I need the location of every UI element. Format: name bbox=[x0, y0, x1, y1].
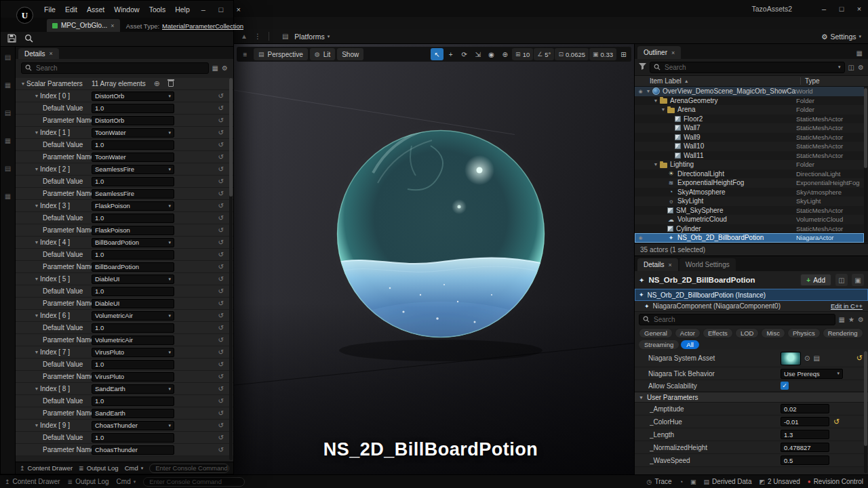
parameter-name-field[interactable]: FlaskPoison bbox=[92, 226, 174, 235]
menu-item[interactable]: File bbox=[39, 5, 60, 14]
use-selected-icon[interactable]: ⊙ bbox=[804, 354, 810, 362]
chevron-down-icon[interactable]: ▾ bbox=[838, 64, 841, 70]
reset-to-default-icon[interactable]: ↺ bbox=[833, 418, 840, 426]
favorites-star-icon[interactable]: ★ bbox=[848, 316, 854, 323]
console-command-input[interactable]: Enter Console Command bbox=[149, 464, 229, 473]
camera-speed-control[interactable]: ▣ 0.33 bbox=[589, 48, 616, 60]
maximize-button[interactable]: □ bbox=[833, 0, 850, 17]
mpc-search-input[interactable] bbox=[35, 64, 205, 73]
reset-icon[interactable]: ↺ bbox=[218, 165, 224, 173]
expander-icon[interactable]: ▼ bbox=[33, 313, 40, 318]
reset-icon[interactable]: ↺ bbox=[218, 117, 224, 124]
side-tab-icon[interactable]: ▤ bbox=[5, 165, 11, 172]
expander-icon[interactable]: ▼ bbox=[33, 167, 40, 171]
unsaved-button[interactable]: ◩ 2 Unsaved bbox=[759, 478, 800, 485]
default-value-field[interactable]: 1.0 bbox=[92, 287, 174, 296]
side-tab-icon[interactable]: ▤ bbox=[5, 109, 11, 117]
asset-thumbnail[interactable] bbox=[781, 352, 801, 365]
output-log-button[interactable]: ≣ Output Log bbox=[79, 464, 119, 472]
mpc-search[interactable] bbox=[21, 62, 209, 74]
perspective-dropdown[interactable]: ▤ Perspective bbox=[254, 48, 308, 60]
parameter-name-field[interactable]: DiableUI bbox=[92, 299, 174, 308]
category-tab[interactable]: Rendering bbox=[823, 328, 863, 338]
default-value-field[interactable]: 1.0 bbox=[92, 396, 174, 406]
unreal-logo[interactable]: U bbox=[16, 7, 33, 24]
reset-to-default-icon[interactable]: ↺ bbox=[856, 354, 863, 363]
details-search-input[interactable] bbox=[652, 315, 831, 324]
tab-details[interactable]: Details × bbox=[637, 258, 678, 271]
parameter-dropdown[interactable]: BillBoardPotion ▾ bbox=[92, 238, 174, 247]
filter-streaming[interactable]: Streaming bbox=[639, 340, 679, 349]
parameter-name-field[interactable]: SeamlessFire bbox=[92, 189, 174, 199]
expander-icon[interactable]: ▼ bbox=[652, 162, 659, 167]
parameter-dropdown[interactable]: DistortOrb ▾ bbox=[92, 92, 174, 101]
outliner-search-input[interactable] bbox=[663, 63, 835, 72]
settings-button[interactable]: ⚙ Settings ▾ bbox=[821, 33, 861, 41]
category-tab[interactable]: LOD bbox=[735, 328, 760, 338]
expander-icon[interactable]: ▼ bbox=[33, 423, 40, 428]
reset-icon[interactable]: ↺ bbox=[218, 336, 224, 344]
reset-icon[interactable]: ↺ bbox=[218, 263, 224, 270]
delete-elements-icon[interactable] bbox=[168, 81, 174, 87]
parameter-index-row[interactable]: ▼ Index [ 1 ] ToonWater ▾ ↺ bbox=[16, 127, 233, 139]
reset-icon[interactable]: ↺ bbox=[218, 178, 224, 185]
details-search[interactable] bbox=[639, 314, 835, 325]
section-user-parameters[interactable]: ▼ User Parameters bbox=[635, 392, 868, 403]
expander-icon[interactable]: ▼ bbox=[33, 203, 40, 208]
reset-icon[interactable]: ↺ bbox=[218, 239, 224, 246]
outliner-row[interactable]: ◉ ▼ NS_Orb_2D_BillboardPotion NiagaraAct… bbox=[635, 233, 864, 243]
menu-item[interactable]: Edit bbox=[60, 5, 82, 14]
minimize-button[interactable]: – bbox=[195, 1, 212, 18]
default-value-field[interactable]: 1.0 bbox=[92, 177, 174, 186]
allow-scalability-checkbox[interactable]: ✓ bbox=[781, 382, 789, 390]
close-icon[interactable]: × bbox=[111, 22, 114, 29]
rotate-tool-icon[interactable]: ⟳ bbox=[458, 48, 471, 60]
outliner-row[interactable]: ◉ ▼ Wall10 StaticMeshActor bbox=[635, 142, 864, 151]
tab-mpc-details[interactable]: Details × bbox=[18, 48, 59, 59]
parameter-dropdown[interactable]: ToonWater ▾ bbox=[92, 128, 174, 138]
reset-icon[interactable]: ↺ bbox=[218, 287, 224, 295]
parameter-dropdown[interactable]: ChoasThunder ▾ bbox=[92, 421, 174, 430]
surface-snap-icon[interactable]: ⊕ bbox=[498, 48, 511, 60]
visibility-eye-icon[interactable]: ◉ bbox=[636, 89, 645, 94]
outliner-row[interactable]: ◉ ▼ Lighting Folder bbox=[635, 160, 864, 169]
user-parameter-value-field[interactable]: 0.478827 bbox=[781, 443, 829, 452]
move-tool-icon[interactable]: + bbox=[444, 48, 457, 60]
tick-behavior-dropdown[interactable]: Use Prereqs ▾ bbox=[781, 369, 843, 379]
parameter-index-row[interactable]: ▼ Index [ 2 ] SeamlessFire ▾ ↺ bbox=[16, 163, 233, 176]
details-grid-icon[interactable]: ▦ bbox=[839, 316, 845, 323]
content-drawer-button[interactable]: ↥ Content Drawer bbox=[20, 464, 73, 472]
expander-icon[interactable]: ▼ bbox=[645, 89, 652, 94]
parameter-index-row[interactable]: ▼ Index [ 6 ] VolumetricAir ▾ ↺ bbox=[16, 310, 233, 322]
tab-world-settings[interactable]: World Settings bbox=[679, 258, 736, 271]
trace-button[interactable]: ◷ Trace bbox=[647, 478, 672, 485]
reset-icon[interactable]: ↺ bbox=[218, 104, 224, 112]
parameter-name-field[interactable]: VolumetricAir bbox=[92, 336, 174, 345]
outliner-save-icon[interactable]: ◫ bbox=[848, 64, 854, 71]
parameter-index-row[interactable]: ▼ Index [ 5 ] DiableUI ▾ ↺ bbox=[16, 273, 233, 285]
reset-icon[interactable]: ↺ bbox=[218, 202, 224, 209]
reset-icon[interactable]: ↺ bbox=[218, 434, 224, 441]
component-row[interactable]: NiagaraComponent (NiagaraComponent0) Edi… bbox=[635, 301, 868, 312]
outliner-settings-icon[interactable]: ⚙ bbox=[858, 64, 864, 71]
outliner-row[interactable]: ◉ ▼ VolumetricCloud VolumetricCloud bbox=[635, 215, 864, 224]
scale-snap-control[interactable]: ⊡ 0.0625 bbox=[555, 48, 589, 60]
default-value-field[interactable]: 1.0 bbox=[92, 323, 174, 333]
add-component-button[interactable]: + Add bbox=[800, 274, 831, 286]
parameter-name-field[interactable]: ChoasThunder bbox=[92, 445, 174, 455]
cmd-dropdown[interactable]: Cmd ▾ bbox=[125, 464, 144, 472]
parameter-dropdown[interactable]: VirusPluto ▾ bbox=[92, 348, 174, 357]
side-tab-icon[interactable]: ▦ bbox=[5, 192, 11, 200]
parameter-index-row[interactable]: ▼ Index [ 4 ] BillBoardPotion ▾ ↺ bbox=[16, 237, 233, 249]
insights-icon[interactable]: ◔ bbox=[679, 479, 683, 485]
outliner-row[interactable]: ◉ ▼ Wall11 StaticMeshActor bbox=[635, 151, 864, 161]
parameter-index-row[interactable]: ▼ Index [ 7 ] VirusPluto ▾ ↺ bbox=[16, 346, 233, 359]
parameter-name-field[interactable]: DistortOrb bbox=[92, 116, 174, 125]
reset-icon[interactable]: ↺ bbox=[218, 300, 224, 307]
platforms-button[interactable]: ▤ Platforms ▾ bbox=[273, 30, 335, 43]
filter-funnel-icon[interactable] bbox=[639, 63, 646, 71]
user-parameter-value-field[interactable]: 0.5 bbox=[781, 455, 829, 465]
parameter-name-field[interactable]: ToonWater bbox=[92, 152, 174, 162]
expander-icon[interactable]: ▼ bbox=[33, 277, 40, 281]
expander-icon[interactable]: ▼ bbox=[652, 98, 659, 103]
